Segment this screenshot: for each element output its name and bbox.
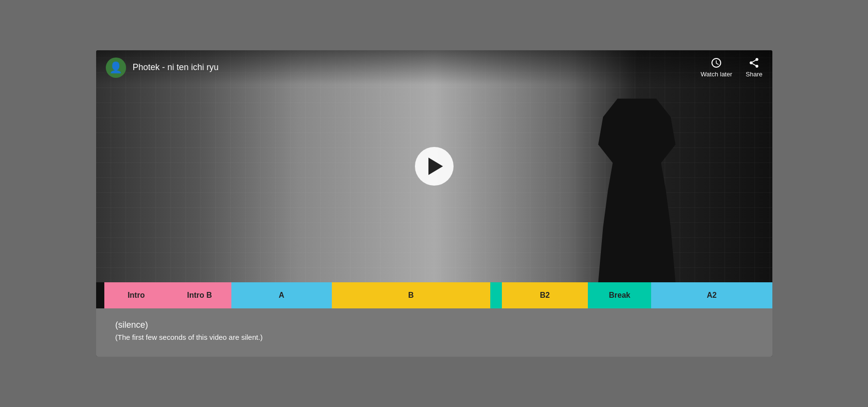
video-area[interactable]: 👤 Photek - ni ten ichi ryu Watch later S… bbox=[96, 50, 772, 282]
play-icon bbox=[428, 158, 443, 175]
segment-intro[interactable]: Intro bbox=[104, 282, 168, 308]
silence-title: (silence) bbox=[115, 320, 753, 330]
info-area: (silence) (The first few seconds of this… bbox=[96, 308, 772, 357]
segment-black-bar[interactable] bbox=[96, 282, 105, 308]
video-title: Photek - ni ten ichi ryu bbox=[133, 62, 701, 73]
user-icon: 👤 bbox=[109, 61, 122, 74]
play-button[interactable] bbox=[415, 147, 454, 186]
segment-break[interactable]: Break bbox=[588, 282, 651, 308]
header-actions: Watch later Share bbox=[701, 57, 763, 78]
clock-icon bbox=[711, 57, 722, 69]
video-header: 👤 Photek - ni ten ichi ryu Watch later S… bbox=[96, 50, 772, 85]
share-button[interactable]: Share bbox=[746, 57, 763, 78]
segment-teal1[interactable] bbox=[490, 282, 502, 308]
segment-a[interactable]: A bbox=[231, 282, 332, 308]
share-icon bbox=[748, 57, 760, 69]
segment-intro-b[interactable]: Intro B bbox=[168, 282, 231, 308]
segment-b[interactable]: B bbox=[332, 282, 490, 308]
watch-later-button[interactable]: Watch later bbox=[701, 57, 732, 78]
avatar: 👤 bbox=[106, 58, 126, 78]
segment-bar: IntroIntro BABB2BreakA2 bbox=[96, 282, 772, 308]
watch-later-label: Watch later bbox=[701, 71, 732, 78]
silence-description: (The first few seconds of this video are… bbox=[115, 333, 753, 341]
share-label: Share bbox=[746, 71, 763, 78]
segment-b2[interactable]: B2 bbox=[502, 282, 588, 308]
player-container: 👤 Photek - ni ten ichi ryu Watch later S… bbox=[96, 50, 772, 357]
segment-a2[interactable]: A2 bbox=[651, 282, 772, 308]
